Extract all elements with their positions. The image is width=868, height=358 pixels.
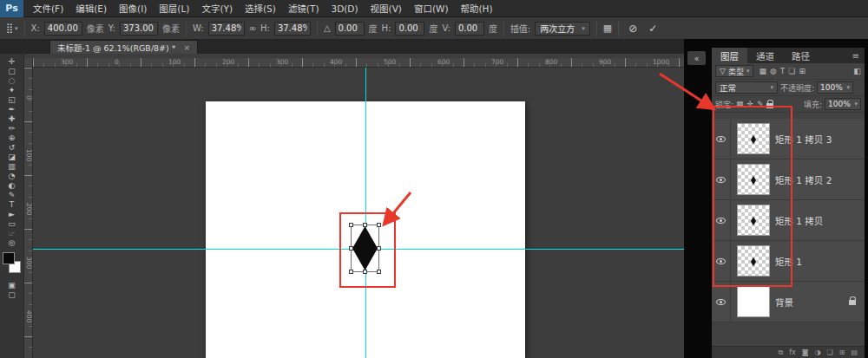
pen-tool[interactable]: ✎ [2,190,23,199]
fill-dropdown[interactable]: 100% ▾ [825,98,861,110]
interpolation-dropdown[interactable]: 两次立方 ▾ [535,22,590,36]
filter-kind-dropdown[interactable]: ▽ 类型 ▾ [715,65,753,77]
layer-mask-icon[interactable]: ◙ [802,348,809,356]
layer-thumbnail[interactable] [737,164,770,195]
lock-position-icon[interactable]: ✛ [747,100,754,108]
transform-handle[interactable] [349,246,353,251]
transform-handle[interactable] [363,223,367,227]
lock-all-icon[interactable] [766,103,773,108]
filter-adjustment-icon[interactable]: ◍ [770,67,777,75]
panel-menu-icon[interactable]: ≡ [847,48,865,63]
menu-item[interactable]: 3D(D) [325,3,364,14]
clone-stamp-tool[interactable]: ⊕ [2,133,23,142]
x-input[interactable] [44,22,82,36]
path-selection-tool[interactable]: ► [2,209,23,218]
filter-shape-icon[interactable]: ❏ [788,67,795,75]
menu-item[interactable]: 文件(F) [27,2,69,15]
menu-item[interactable]: 图层(L) [153,2,195,15]
h-skew-input[interactable] [395,22,424,36]
panel-tab[interactable]: 路径 [783,48,819,63]
history-brush-tool[interactable]: ↺ [2,142,23,152]
filter-pixel-icon[interactable]: ▦ [759,67,766,75]
foreground-color-swatch[interactable] [3,252,15,264]
visibility-toggle[interactable] [712,200,731,240]
panel-tab[interactable]: 通道 [747,48,783,63]
layer-thumbnail[interactable] [737,245,770,277]
layer-row[interactable]: 矩形 1 拷贝 2 [712,159,865,200]
filter-toggle-icon[interactable]: ◧ [853,67,861,75]
healing-brush-tool[interactable]: ✚ [2,114,23,123]
gradient-tool[interactable]: ▥ [2,161,23,171]
menu-item[interactable]: 窗口(W) [408,2,455,15]
ruler-origin-corner[interactable] [24,58,33,68]
lasso-tool[interactable]: ◌ [2,75,23,85]
document-tab[interactable]: 未标题-1 @ 62.1%(RGB/8#) * × [49,40,198,54]
zoom-tool[interactable]: ◎ [2,238,23,247]
move-tool[interactable]: ✛ [2,56,23,66]
visibility-toggle[interactable] [712,119,731,159]
width-input[interactable] [208,22,245,36]
rotate-input[interactable] [335,22,365,36]
blend-mode-dropdown[interactable]: 正常 ▾ [715,81,778,94]
delete-layer-icon[interactable]: ▤ [851,348,858,356]
menu-item[interactable]: 图像(I) [113,2,153,15]
menu-item[interactable]: 选择(S) [239,2,282,15]
opacity-dropdown[interactable]: 100% ▾ [817,81,853,94]
brush-tool[interactable]: ✏ [2,123,23,133]
warp-mode-toggle-icon[interactable]: ▦ [603,23,612,34]
layer-thumbnail[interactable] [737,205,770,236]
layer-group-icon[interactable]: ❏ [827,348,833,356]
layer-row[interactable]: 矩形 1 拷贝 3 [712,119,865,159]
layer-thumbnail[interactable] [737,123,770,154]
menu-item[interactable]: 文字(Y) [195,2,239,15]
menu-item[interactable]: 滤镜(T) [282,2,326,15]
eraser-tool[interactable]: ◪ [2,152,23,161]
menu-item[interactable]: 视图(V) [365,2,408,15]
filter-smart-object-icon[interactable]: ⊞ [799,67,806,75]
lock-image-icon[interactable]: ✎ [757,100,764,108]
dodge-tool[interactable]: ◐ [2,180,23,190]
transform-handle[interactable] [377,246,381,251]
visibility-toggle[interactable] [712,282,731,322]
transform-handle[interactable] [377,223,381,227]
blur-tool[interactable]: ◔ [2,171,23,180]
panel-tab[interactable]: 图层 [712,48,747,63]
transform-handle[interactable] [349,270,353,274]
crop-tool[interactable]: ◱ [2,94,23,104]
tab-close-icon[interactable]: × [184,43,191,52]
eyedropper-tool[interactable]: ✒ [2,104,23,114]
marquee-tool[interactable]: ▢ [2,66,23,75]
quick-selection-tool[interactable]: ✦ [2,85,23,94]
lock-transparency-icon[interactable]: ▦ [736,100,744,108]
reference-point-locator[interactable]: ⣿ ▾ [6,23,18,34]
menu-item[interactable]: 帮助(H) [455,2,499,15]
menu-item[interactable]: 编辑(E) [69,2,113,15]
adjustment-layer-icon[interactable]: ◑ [815,348,821,356]
new-layer-icon[interactable]: ⊞ [839,348,845,356]
dock-collapse-button[interactable]: « [687,51,706,65]
visibility-toggle[interactable] [712,159,731,199]
layer-row[interactable]: 矩形 1 [712,241,865,282]
vertical-ruler[interactable]: 0100200300400 [24,68,33,358]
transform-handle[interactable] [377,270,381,274]
cancel-transform-button[interactable]: ⊘ [625,21,641,36]
commit-transform-button[interactable]: ✓ [645,21,661,36]
hand-tool[interactable]: ☞ [2,228,23,238]
type-tool[interactable]: T [2,199,23,209]
filter-type-icon[interactable]: T [780,67,786,75]
maintain-aspect-link-icon[interactable]: ∞ [249,23,256,33]
layer-row[interactable]: 矩形 1 拷贝 [712,200,865,241]
layer-style-icon[interactable]: fx [789,348,796,356]
transform-handle[interactable] [349,223,353,227]
link-layers-icon[interactable]: ⧉ [779,348,784,357]
v-skew-input[interactable] [455,22,484,36]
y-input[interactable] [120,22,158,36]
quick-mask-button[interactable]: ▣ [2,280,23,290]
layer-thumbnail[interactable] [737,286,770,317]
layer-row[interactable]: 背景 [712,282,865,322]
screen-mode-button[interactable]: ▢ [2,290,23,299]
horizontal-ruler[interactable]: 300010020030040050060070080090010001100 [33,58,684,68]
shape-tool[interactable]: ▭ [2,218,23,228]
transform-handle[interactable] [363,270,367,274]
height-input[interactable] [274,22,311,36]
